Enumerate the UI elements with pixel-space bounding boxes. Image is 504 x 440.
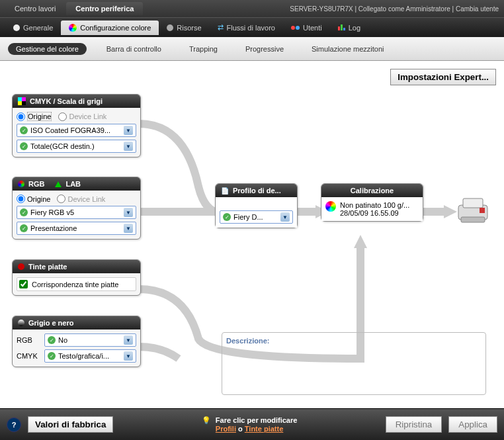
tab-label: Utenti [303,24,322,32]
tab-risorse[interactable]: Risorse [159,21,209,35]
tab-centro-periferica[interactable]: Centro periferica [66,2,143,15]
select-value: Fiery D... [233,213,278,221]
hint-main: Fare clic per modificare [216,416,298,424]
profilo-title: Profilo di de... [233,187,281,195]
grigio-panel-header: Grigio e nero [13,316,140,330]
tinte-title: Tinte piatte [28,263,67,271]
descrizione-label: Descrizione: [226,337,482,345]
check-icon: ✓ [223,213,231,221]
hint-or: o [236,425,245,433]
tab-centro-lavori[interactable]: Centro lavori [5,2,65,15]
calib-icon [325,201,336,212]
tab-log[interactable]: Log [330,21,368,35]
radio-label: Origine [27,112,52,121]
chevron-down-icon: ▼ [124,335,133,345]
svg-rect-6 [480,208,485,213]
select-value: Presentazione [30,224,121,232]
cmyk-intent-select[interactable]: ✓Totale(GCR destin.)▼ [17,140,136,153]
tab-utenti[interactable]: Utenti [283,21,330,35]
cmyk-profile-select[interactable]: ✓ISO Coated FOGRA39...▼ [17,124,136,137]
tab-label: Log [349,24,360,32]
corrispondenza-tinte-checkbox[interactable]: Corrispondenza tinte piatte [17,277,136,291]
check-icon: ✓ [20,208,28,216]
subtab-simulazione-mezzitoni[interactable]: Simulazione mezzitoni [304,43,392,55]
select-value: Fiery RGB v5 [30,208,121,216]
chevron-down-icon: ▼ [124,208,133,217]
tab-generale[interactable]: Generale [5,21,61,35]
svg-rect-7 [461,217,485,222]
chevron-down-icon: ▼ [124,351,133,361]
cmyk-label: CMYK [17,352,40,360]
cmyk-title: CMYK / Scala di grigi [30,97,103,105]
calib-panel-header: Calibrazione [321,184,423,197]
general-icon [13,24,20,31]
rgb-profile-select[interactable]: ✓Fiery RGB v5▼ [17,206,136,219]
tab-label: Configurazione colore [80,24,151,32]
profilo-panel-header: 📄 Profilo di de... [216,184,297,197]
chevron-down-icon: ▼ [124,224,133,233]
rgb-icon [18,181,24,187]
grigio-rgb-select[interactable]: ✓No▼ [44,333,136,347]
tab-flussi-lavoro[interactable]: ⇄ Flussi di lavoro [210,20,283,35]
rgb-radio-devicelink[interactable]: Device Link [57,195,105,203]
cmyk-radio-origine[interactable]: Origine [17,112,52,121]
calib-date: 28/05/09 16.55.09 [340,209,409,217]
bulb-icon: 💡 [202,416,211,424]
cmyk-icon [18,97,26,105]
profilo-select[interactable]: ✓Fiery D...▼ [220,210,293,224]
log-icon [338,24,345,30]
tab-label: Flussi di lavoro [227,24,275,32]
check-icon: ✓ [48,352,56,360]
workflow-icon: ⇄ [218,23,224,32]
rgb-lab-panel-header: RGB LAB [13,177,140,191]
valori-fabbrica-button[interactable]: Valori di fabbrica [28,416,113,433]
svg-marker-3 [354,235,367,248]
subtab-trapping[interactable]: Trapping [181,43,226,55]
hint-text: 💡 Fare clic per modificare Profili o Tin… [120,416,378,433]
profile-icon: 📄 [221,187,229,195]
check-icon: ✓ [20,224,28,232]
select-value: No [58,336,121,344]
cmyk-panel-header: CMYK / Scala di grigi [13,95,140,108]
users-icon [291,26,300,30]
rgb-label: RGB [17,336,40,344]
subtab-barra-controllo[interactable]: Barra di controllo [99,43,169,55]
check-icon: ✓ [20,126,28,134]
radio-label: Origine [27,195,50,203]
checkbox-label: Corrispondenza tinte piatte [32,281,118,288]
rgb-intent-select[interactable]: ✓Presentazione▼ [17,222,136,235]
grigio-title: Grigio e nero [28,319,73,327]
spot-icon [18,263,24,270]
check-icon: ✓ [48,336,56,344]
chevron-down-icon: ▼ [124,142,133,151]
select-value: ISO Coated FOGRA39... [30,126,121,134]
calib-media: Non patinato 100 g/... [340,201,409,209]
subtab-gestione-colore[interactable]: Gestione del colore [8,43,87,55]
rgb-radio-origine[interactable]: Origine [17,195,50,203]
svg-rect-5 [463,198,483,208]
rgb-title: RGB [28,180,44,188]
ripristina-button[interactable]: Ripristina [386,416,442,433]
server-info: SERVER-YS8U7R7X | Collegato come Amminis… [290,5,499,13]
select-value: Testo/grafica/i... [58,352,121,360]
descrizione-box: Descrizione: [222,332,486,395]
check-icon: ✓ [20,142,28,150]
tab-configurazione-colore[interactable]: Configurazione colore [61,21,159,35]
link-profili[interactable]: Profili [216,425,236,433]
applica-button[interactable]: Applica [448,416,497,433]
radio-label: Device Link [67,195,105,203]
radio-label: Device Link [69,112,106,120]
cmyk-radio-devicelink[interactable]: Device Link [58,112,106,121]
printer-icon [453,193,493,226]
grigio-cmyk-select[interactable]: ✓Testo/grafica/i...▼ [44,349,136,363]
gray-icon [18,320,24,326]
select-value: Totale(GCR destin.) [30,142,121,150]
tinte-panel-header: Tinte piatte [13,260,140,273]
link-tinte-piatte[interactable]: Tinte piatte [245,425,283,433]
calib-title: Calibrazione [351,187,394,195]
tab-label: Risorse [177,24,201,32]
help-button[interactable]: ? [7,418,21,432]
chevron-down-icon: ▼ [280,212,290,222]
subtab-progressive[interactable]: Progressive [237,43,292,55]
gear-icon [167,24,173,31]
